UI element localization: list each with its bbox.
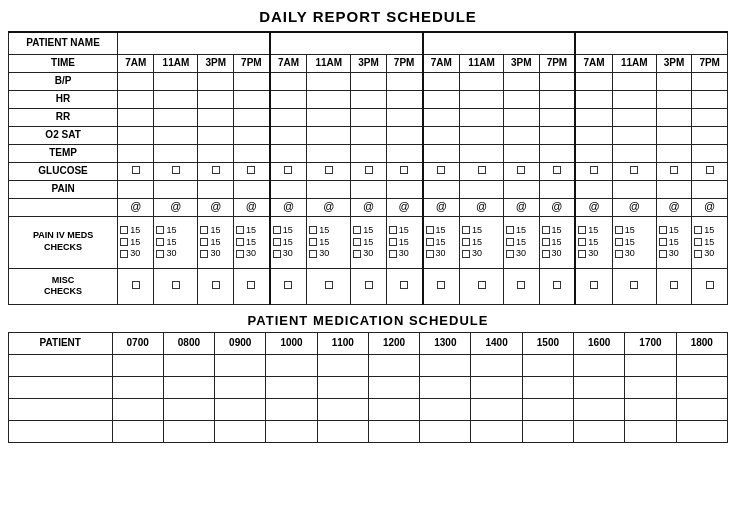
cb-15b-16[interactable] xyxy=(694,238,702,246)
glucose-cb-12[interactable] xyxy=(553,166,561,174)
med-1500-2[interactable] xyxy=(522,376,573,398)
glucose-9[interactable] xyxy=(423,162,460,180)
cb-15a-2[interactable] xyxy=(156,226,164,234)
cb-15a-15[interactable] xyxy=(659,226,667,234)
cb-15b-11[interactable] xyxy=(506,238,514,246)
misc-14[interactable] xyxy=(612,268,656,304)
temp-4[interactable] xyxy=(234,144,270,162)
patient-name-2[interactable] xyxy=(270,32,423,54)
med-0900-4[interactable] xyxy=(215,420,266,442)
bp-8[interactable] xyxy=(386,72,422,90)
pain-8[interactable] xyxy=(386,180,422,198)
med-1800-3[interactable] xyxy=(676,398,727,420)
med-1200-4[interactable] xyxy=(368,420,419,442)
med-1200-1[interactable] xyxy=(368,354,419,376)
pain-meds-14[interactable]: 151530 xyxy=(612,216,656,268)
med-1300-4[interactable] xyxy=(420,420,471,442)
glucose-cb-2[interactable] xyxy=(172,166,180,174)
cb-30-3[interactable] xyxy=(200,250,208,258)
med-0700-3[interactable] xyxy=(112,398,163,420)
misc-cb-6[interactable] xyxy=(325,281,333,289)
rr-2[interactable] xyxy=(154,108,198,126)
o2sat-14[interactable] xyxy=(612,126,656,144)
med-1600-1[interactable] xyxy=(574,354,625,376)
patient-name-1[interactable] xyxy=(118,32,270,54)
cb-15b-1[interactable] xyxy=(120,238,128,246)
pain-4[interactable] xyxy=(234,180,270,198)
cb-15a-10[interactable] xyxy=(462,226,470,234)
glucose-6[interactable] xyxy=(307,162,351,180)
misc-3[interactable] xyxy=(198,268,234,304)
rr-13[interactable] xyxy=(575,108,612,126)
med-patient-2[interactable] xyxy=(9,376,113,398)
med-1400-4[interactable] xyxy=(471,420,522,442)
pain-meds-5[interactable]: 151530 xyxy=(270,216,307,268)
glucose-cb-7[interactable] xyxy=(365,166,373,174)
med-1000-1[interactable] xyxy=(266,354,317,376)
patient-name-3[interactable] xyxy=(423,32,576,54)
hr-13[interactable] xyxy=(575,90,612,108)
glucose-cb-4[interactable] xyxy=(247,166,255,174)
med-1400-3[interactable] xyxy=(471,398,522,420)
bp-9[interactable] xyxy=(423,72,460,90)
cb-30-7[interactable] xyxy=(353,250,361,258)
pain-meds-9[interactable]: 151530 xyxy=(423,216,460,268)
misc-6[interactable] xyxy=(307,268,351,304)
glucose-1[interactable] xyxy=(118,162,154,180)
misc-cb-7[interactable] xyxy=(365,281,373,289)
glucose-cb-5[interactable] xyxy=(284,166,292,174)
hr-12[interactable] xyxy=(539,90,575,108)
o2sat-11[interactable] xyxy=(504,126,540,144)
cb-30-11[interactable] xyxy=(506,250,514,258)
bp-1[interactable] xyxy=(118,72,154,90)
pain-meds-3[interactable]: 151530 xyxy=(198,216,234,268)
pain-3[interactable] xyxy=(198,180,234,198)
med-1600-2[interactable] xyxy=(574,376,625,398)
cb-15a-3[interactable] xyxy=(200,226,208,234)
cb-15a-16[interactable] xyxy=(694,226,702,234)
cb-30-2[interactable] xyxy=(156,250,164,258)
misc-16[interactable] xyxy=(692,268,728,304)
cb-15b-9[interactable] xyxy=(426,238,434,246)
hr-7[interactable] xyxy=(351,90,387,108)
med-patient-4[interactable] xyxy=(9,420,113,442)
glucose-cb-9[interactable] xyxy=(437,166,445,174)
bp-13[interactable] xyxy=(575,72,612,90)
temp-14[interactable] xyxy=(612,144,656,162)
o2sat-16[interactable] xyxy=(692,126,728,144)
bp-7[interactable] xyxy=(351,72,387,90)
glucose-3[interactable] xyxy=(198,162,234,180)
cb-15b-5[interactable] xyxy=(273,238,281,246)
med-1100-1[interactable] xyxy=(317,354,368,376)
glucose-cb-16[interactable] xyxy=(706,166,714,174)
pain-5[interactable] xyxy=(270,180,307,198)
cb-15a-1[interactable] xyxy=(120,226,128,234)
cb-15a-12[interactable] xyxy=(542,226,550,234)
o2sat-12[interactable] xyxy=(539,126,575,144)
o2sat-6[interactable] xyxy=(307,126,351,144)
pain-meds-10[interactable]: 151530 xyxy=(460,216,504,268)
glucose-cb-13[interactable] xyxy=(590,166,598,174)
cb-15b-7[interactable] xyxy=(353,238,361,246)
cb-15a-11[interactable] xyxy=(506,226,514,234)
misc-8[interactable] xyxy=(386,268,422,304)
med-1300-1[interactable] xyxy=(420,354,471,376)
cb-30-15[interactable] xyxy=(659,250,667,258)
rr-4[interactable] xyxy=(234,108,270,126)
glucose-2[interactable] xyxy=(154,162,198,180)
glucose-15[interactable] xyxy=(656,162,692,180)
med-0700-2[interactable] xyxy=(112,376,163,398)
pain-2[interactable] xyxy=(154,180,198,198)
glucose-cb-3[interactable] xyxy=(212,166,220,174)
cb-15b-10[interactable] xyxy=(462,238,470,246)
hr-14[interactable] xyxy=(612,90,656,108)
glucose-14[interactable] xyxy=(612,162,656,180)
pain-meds-11[interactable]: 151530 xyxy=(504,216,540,268)
glucose-16[interactable] xyxy=(692,162,728,180)
hr-5[interactable] xyxy=(270,90,307,108)
cb-30-14[interactable] xyxy=(615,250,623,258)
hr-6[interactable] xyxy=(307,90,351,108)
pain-6[interactable] xyxy=(307,180,351,198)
cb-15b-8[interactable] xyxy=(389,238,397,246)
glucose-cb-11[interactable] xyxy=(517,166,525,174)
